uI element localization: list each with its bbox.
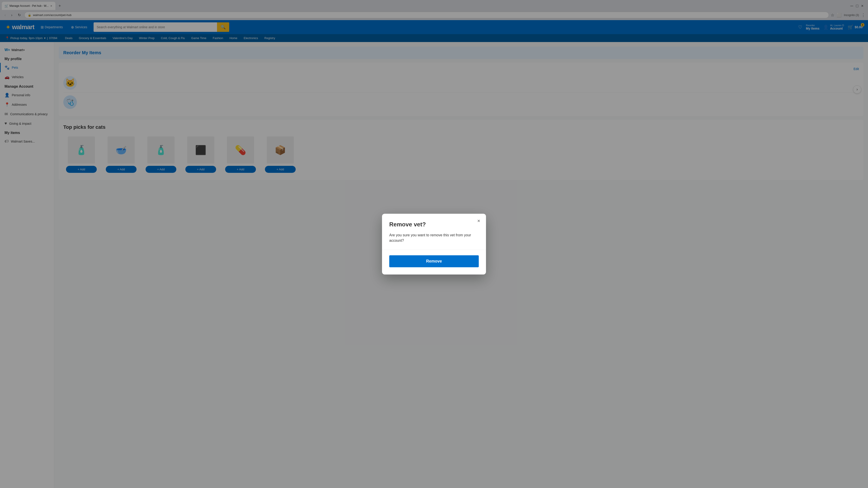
modal-body-text: Are you sure you want to remove this vet…	[389, 232, 479, 243]
modal-close-button[interactable]: ×	[475, 217, 483, 225]
modal-divider	[382, 250, 486, 250]
remove-vet-modal: Remove vet? × Are you sure you want to r…	[382, 214, 486, 274]
modal-title: Remove vet?	[389, 221, 479, 228]
modal-remove-button[interactable]: Remove	[389, 255, 479, 267]
modal-overlay[interactable]: Remove vet? × Are you sure you want to r…	[0, 0, 868, 488]
